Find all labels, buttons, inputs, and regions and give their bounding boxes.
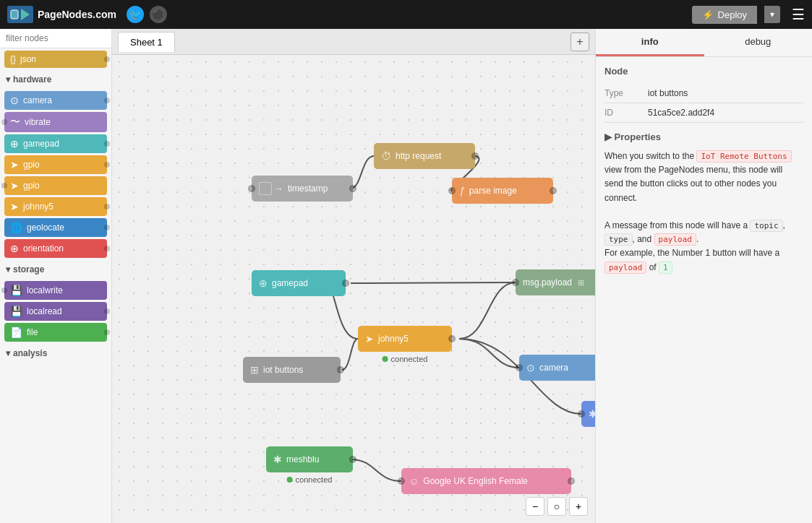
camera-canvas-node[interactable]: ⊙ camera bbox=[519, 355, 595, 381]
johnny5-canvas-label: johnny5 bbox=[378, 334, 409, 344]
deploy-dropdown-button[interactable]: ▾ bbox=[764, 6, 780, 23]
sidebar-item-localread[interactable]: 💾 localread bbox=[4, 302, 107, 321]
timestamp-icon-2: → bbox=[273, 183, 283, 194]
sidebar: {} json ▾ hardware ⊙ camera 〜 vibrate ⊕ … bbox=[0, 29, 112, 523]
canvas-tabs: Sheet 1 + bbox=[112, 29, 595, 55]
camera-sidebar-icon: ⊙ bbox=[10, 95, 19, 106]
sidebar-item-gpio-out[interactable]: ➤ gpio bbox=[4, 155, 107, 174]
deploy-button[interactable]: ⚡ Deploy bbox=[692, 6, 757, 24]
meshblu-left-status-text: connected bbox=[296, 475, 333, 484]
google-tts-node[interactable]: ☺ Google UK English Female bbox=[401, 468, 571, 494]
node-type-value: iot buttons bbox=[648, 88, 688, 98]
zoom-reset-button[interactable]: ○ bbox=[547, 497, 566, 516]
parse-image-node[interactable]: ƒ parse image bbox=[452, 178, 553, 204]
johnny5-sidebar-icon: ➤ bbox=[10, 201, 19, 212]
http-request-port-right bbox=[471, 152, 479, 160]
hardware-section-header[interactable]: ▾ hardware bbox=[0, 70, 111, 89]
payload-code-2: payload bbox=[604, 262, 646, 274]
node-id-value: 51ca5ce2.add2f4 bbox=[648, 108, 714, 118]
localread-sidebar-icon: 💾 bbox=[10, 306, 22, 317]
node-type-row: Type iot buttons bbox=[604, 84, 803, 103]
json-icon: {} bbox=[10, 54, 16, 64]
gamepad-canvas-port-right bbox=[342, 280, 349, 287]
google-tts-port-right bbox=[568, 477, 575, 485]
http-request-node[interactable]: ⏱ http request bbox=[374, 143, 475, 169]
sidebar-item-localwrite[interactable]: 💾 localwrite bbox=[4, 281, 107, 300]
tab-info[interactable]: info bbox=[596, 29, 704, 56]
google-tts-icon: ☺ bbox=[409, 475, 419, 487]
iot-buttons-canvas-node[interactable]: ⊞ iot buttons bbox=[243, 357, 341, 383]
zoom-in-button[interactable]: + bbox=[569, 497, 588, 516]
meshblu-left-node[interactable]: ✱ meshblu connected bbox=[266, 446, 353, 472]
svg-marker-1 bbox=[21, 9, 30, 20]
gamepad-canvas-node[interactable]: ⊕ gamepad bbox=[252, 270, 346, 296]
johnny5-status-text: connected bbox=[391, 355, 428, 363]
timestamp-icon-1 bbox=[259, 182, 272, 195]
sidebar-item-vibrate[interactable]: 〜 vibrate bbox=[4, 112, 107, 132]
meshblu-left-status-dot bbox=[287, 477, 293, 483]
analysis-section-header[interactable]: ▾ analysis bbox=[0, 344, 111, 363]
json-port-right bbox=[104, 56, 110, 62]
file-port-right bbox=[104, 329, 110, 335]
http-request-icon: ⏱ bbox=[381, 150, 391, 162]
logo: PageNodes.com bbox=[7, 6, 116, 23]
msg-payload-label: msg.payload bbox=[523, 277, 572, 288]
sidebar-item-gpio-in[interactable]: ➤ gpio bbox=[4, 176, 107, 195]
localread-port-right bbox=[104, 308, 110, 314]
main-layout: {} json ▾ hardware ⊙ camera 〜 vibrate ⊕ … bbox=[0, 29, 812, 523]
sidebar-item-orientation[interactable]: ⊕ orientation bbox=[4, 239, 107, 258]
meshblu-right-port-left bbox=[578, 410, 585, 418]
gpio-in-sidebar-icon: ➤ bbox=[10, 180, 19, 191]
http-request-label: http request bbox=[396, 151, 441, 161]
msg-payload-node[interactable]: msg.payload ⊞ bbox=[516, 269, 595, 295]
sheet1-tab[interactable]: Sheet 1 bbox=[118, 32, 175, 52]
node-id-row: ID 51ca5ce2.add2f4 bbox=[604, 103, 803, 123]
sidebar-item-johnny5[interactable]: ➤ johnny5 bbox=[4, 197, 107, 216]
vibrate-port-left bbox=[1, 119, 7, 125]
johnny5-status-dot bbox=[383, 356, 388, 362]
info-description: When you switch to the IoT Remote Button… bbox=[604, 150, 803, 275]
sidebar-item-geolocate[interactable]: 🌐 geolocate bbox=[4, 218, 107, 237]
twitter-icon[interactable]: 🐦 bbox=[127, 6, 144, 23]
geolocate-sidebar-icon: 🌐 bbox=[10, 222, 22, 233]
orientation-port-right bbox=[104, 246, 110, 251]
meshblu-left-label: meshblu bbox=[286, 454, 319, 464]
camera-canvas-icon: ⊙ bbox=[526, 362, 535, 373]
google-tts-label: Google UK English Female bbox=[423, 476, 528, 486]
meshblu-right-icon: ✱ bbox=[589, 408, 595, 420]
parse-image-label: parse image bbox=[469, 186, 517, 196]
properties-header[interactable]: ▶ Properties bbox=[604, 131, 803, 142]
vibrate-sidebar-icon: 〜 bbox=[10, 116, 20, 129]
gamepad-canvas-icon: ⊕ bbox=[259, 277, 268, 289]
meshblu-right-node[interactable]: ✱ meshblu connected bbox=[581, 401, 595, 427]
filter-input[interactable] bbox=[0, 29, 111, 48]
sidebar-item-file[interactable]: 📄 file bbox=[4, 323, 107, 342]
sidebar-item-json[interactable]: {} json bbox=[4, 51, 107, 68]
storage-section-header[interactable]: ▾ storage bbox=[0, 260, 111, 279]
node-section-title: Node bbox=[604, 66, 803, 77]
meshblu-left-port-right bbox=[349, 456, 356, 463]
msg-payload-grid-icon: ⊞ bbox=[578, 278, 584, 288]
topic-code: topic bbox=[750, 220, 782, 232]
meshblu-left-status: connected bbox=[287, 475, 333, 484]
topbar: PageNodes.com 🐦 ⚫ ⚡ Deploy ▾ ☰ bbox=[0, 0, 812, 29]
right-panel-content: Node Type iot buttons ID 51ca5ce2.add2f4… bbox=[596, 57, 812, 523]
google-tts-port-left bbox=[398, 477, 405, 485]
iot-buttons-canvas-icon: ⊞ bbox=[250, 364, 259, 376]
canvas[interactable]: ⏱ http request ƒ parse image → timestamp… bbox=[112, 55, 595, 523]
sidebar-item-gamepad[interactable]: ⊕ gamepad bbox=[4, 134, 107, 153]
iot-remote-buttons-code: IoT Remote Buttons bbox=[696, 150, 791, 163]
timestamp-node[interactable]: → timestamp bbox=[252, 176, 353, 202]
menu-button[interactable]: ☰ bbox=[792, 6, 805, 23]
canvas-area: Sheet 1 + bbox=[112, 29, 595, 523]
zoom-out-button[interactable]: − bbox=[526, 497, 544, 516]
add-tab-button[interactable]: + bbox=[570, 33, 589, 51]
one-code: 1 bbox=[659, 262, 672, 274]
johnny5-canvas-node[interactable]: ➤ johnny5 connected bbox=[358, 326, 452, 352]
sidebar-item-camera[interactable]: ⊙ camera bbox=[4, 91, 107, 110]
orientation-sidebar-icon: ⊕ bbox=[10, 243, 19, 254]
github-icon[interactable]: ⚫ bbox=[150, 6, 167, 23]
camera-port-right bbox=[104, 98, 110, 103]
gamepad-sidebar-icon: ⊕ bbox=[10, 138, 19, 150]
tab-debug[interactable]: debug bbox=[704, 29, 813, 56]
